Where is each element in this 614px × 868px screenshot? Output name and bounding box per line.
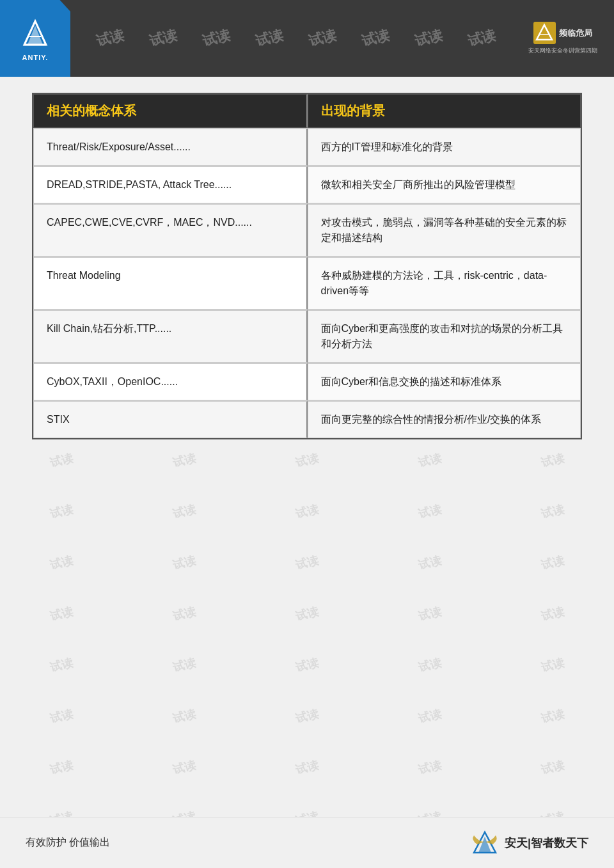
header-watermarks: 试读 试读 试读 试读 试读 试读 试读 试读 [70, 0, 521, 77]
bwm: 试读 [294, 706, 320, 727]
row2-right: 微软和相关安全厂商所推出的风险管理模型 [308, 166, 581, 203]
footer-slogan: 有效防护 价值输出 [26, 836, 110, 849]
table-row: Threat/Risk/Exposure/Asset...... 西方的IT管理… [33, 128, 581, 166]
bwm: 试读 [171, 501, 198, 522]
bwm: 试读 [171, 655, 198, 675]
bwm: 试读 [417, 501, 443, 522]
row6-left: CybOX,TAXII，OpenIOC...... [33, 363, 308, 400]
bwm: 试读 [294, 553, 320, 573]
row2-left: DREAD,STRIDE,PASTA, Attack Tree...... [33, 166, 308, 203]
wm-6: 试读 [359, 26, 391, 51]
antiy-logo-icon [18, 16, 53, 51]
bwm: 试读 [417, 706, 443, 727]
bwm: 试读 [294, 757, 320, 778]
row6-right: 面向Cyber和信息交换的描述和标准体系 [308, 363, 581, 400]
bwm: 试读 [49, 450, 75, 471]
col2-header: 出现的背景 [308, 94, 581, 128]
footer-logo-area: 安天|智者数天下 [471, 830, 588, 856]
bwm: 试读 [540, 757, 566, 778]
row4-right: 各种威胁建模的方法论，工具，risk-centric，data-driven等等 [308, 257, 581, 310]
footer-logo-text: 安天|智者数天下 [505, 835, 588, 851]
table-header-row: 相关的概念体系 出现的背景 [33, 94, 581, 128]
bwm: 试读 [294, 604, 320, 624]
wm-2: 试读 [147, 26, 179, 51]
row1-right: 西方的IT管理和标准化的背景 [308, 129, 581, 166]
row3-right: 对攻击模式，脆弱点，漏洞等各种基础的安全元素的标定和描述结构 [308, 204, 581, 256]
bwm: 试读 [171, 706, 198, 727]
bwm: 试读 [49, 706, 75, 727]
bwm: 试读 [171, 604, 198, 624]
footer: 有效防护 价值输出 安天|智者数天下 [0, 817, 614, 868]
bwm: 试读 [171, 553, 198, 573]
bwm: 试读 [294, 655, 320, 675]
svg-marker-1 [28, 26, 43, 45]
wm-3: 试读 [200, 26, 232, 51]
wm-4: 试读 [253, 26, 285, 51]
bwm: 试读 [49, 655, 75, 675]
bwm: 试读 [294, 450, 320, 471]
header-right-logo: 频临危局 安天网络安全冬训营第四期 [521, 13, 604, 64]
bwm: 试读 [49, 553, 75, 573]
concept-table: 相关的概念体系 出现的背景 Threat/Risk/Exposure/Asset… [32, 93, 582, 439]
table-row: STIX 面向更完整的综合性的情报分析/作业/交换的体系 [33, 400, 581, 438]
right-logo-subtitle: 安天网络安全冬训营第四期 [528, 47, 597, 55]
footer-logo-icon [471, 830, 500, 856]
row7-right: 面向更完整的综合性的情报分析/作业/交换的体系 [308, 401, 581, 438]
bwm: 试读 [417, 655, 443, 675]
bwm: 试读 [540, 501, 566, 522]
table-row: DREAD,STRIDE,PASTA, Attack Tree...... 微软… [33, 166, 581, 203]
row5-left: Kill Chain,钻石分析,TTP...... [33, 310, 308, 363]
logo-box: ANTIY. [0, 0, 70, 77]
table-row: CybOX,TAXII，OpenIOC...... 面向Cyber和信息交换的描… [33, 363, 581, 400]
wm-8: 试读 [466, 26, 498, 51]
table-row: Kill Chain,钻石分析,TTP...... 面向Cyber和更高强度的攻… [33, 310, 581, 363]
bwm: 试读 [540, 706, 566, 727]
antiy-right-icon [533, 22, 556, 44]
table-row: Threat Modeling 各种威胁建模的方法论，工具，risk-centr… [33, 256, 581, 310]
row7-left: STIX [33, 401, 308, 438]
bwm: 试读 [540, 655, 566, 675]
main-content: 相关的概念体系 出现的背景 Threat/Risk/Exposure/Asset… [32, 93, 582, 439]
row5-right: 面向Cyber和更高强度的攻击和对抗的场景的分析工具和分析方法 [308, 310, 581, 363]
wm-1: 试读 [93, 26, 125, 51]
bwm: 试读 [540, 450, 566, 471]
bwm: 试读 [540, 553, 566, 573]
bwm: 试读 [171, 757, 198, 778]
bwm: 试读 [540, 604, 566, 624]
header: ANTIY. 试读 试读 试读 试读 试读 试读 试读 试读 频临危局 安天网络… [0, 0, 614, 77]
row3-left: CAPEC,CWE,CVE,CVRF，MAEC，NVD...... [33, 204, 308, 256]
bwm: 试读 [417, 450, 443, 471]
wm-5: 试读 [306, 26, 338, 51]
col1-header: 相关的概念体系 [33, 94, 308, 128]
bwm: 试读 [417, 757, 443, 778]
row4-left: Threat Modeling [33, 257, 308, 310]
logo-text: ANTIY. [22, 54, 49, 61]
bwm: 试读 [294, 501, 320, 522]
bwm: 试读 [171, 450, 198, 471]
bwm: 试读 [417, 553, 443, 573]
table-row: CAPEC,CWE,CVE,CVRF，MAEC，NVD...... 对攻击模式，… [33, 203, 581, 256]
bwm: 试读 [49, 757, 75, 778]
right-logo-text: 频临危局 [559, 28, 592, 38]
bwm: 试读 [49, 604, 75, 624]
wm-7: 试读 [413, 26, 445, 51]
bwm: 试读 [49, 501, 75, 522]
row1-left: Threat/Risk/Exposure/Asset...... [33, 129, 308, 166]
bwm: 试读 [417, 604, 443, 624]
